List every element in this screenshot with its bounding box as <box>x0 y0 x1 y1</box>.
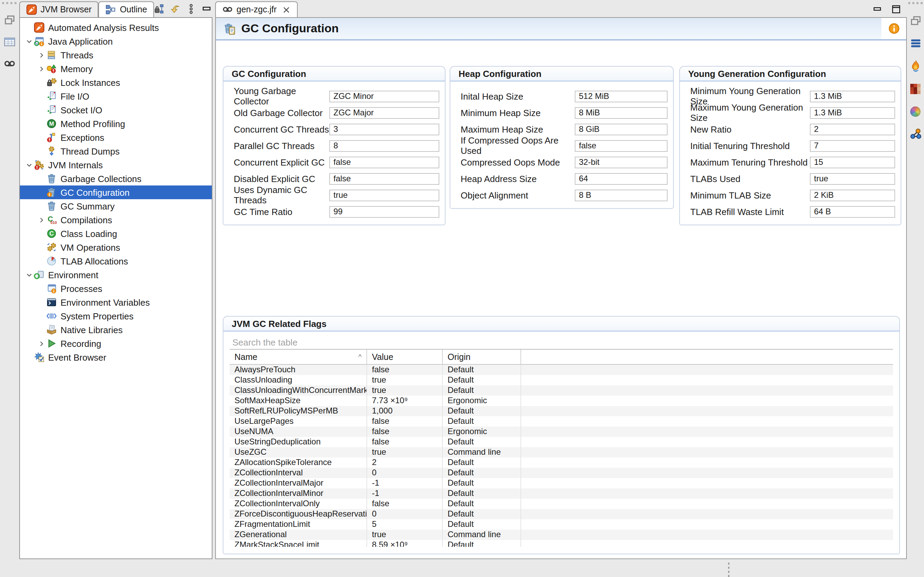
column-header-origin[interactable]: Origin <box>443 350 521 365</box>
tree-item[interactable]: GC Summary <box>20 199 212 213</box>
drag-handle-icon[interactable] <box>2 2 16 4</box>
tree-item[interactable]: File I/O <box>20 89 212 103</box>
field-value[interactable]: 512 MiB <box>575 90 667 102</box>
expander-icon[interactable] <box>24 270 34 280</box>
table-row[interactable]: ClassUnloadingWithConcurrentMark true De… <box>229 385 893 396</box>
expander-icon[interactable] <box>36 325 46 335</box>
tree-item[interactable]: Processes <box>20 282 212 295</box>
field-value[interactable]: true <box>810 173 895 184</box>
expander-icon[interactable] <box>36 242 46 252</box>
expander-icon[interactable] <box>36 297 46 307</box>
field-value[interactable]: 8 <box>329 140 439 152</box>
tab-gen-zgc-jfr[interactable]: gen-zgc.jfr <box>215 2 298 17</box>
tree-item[interactable]: VM Operations <box>20 240 212 254</box>
table-row[interactable]: UseZGC true Command line <box>229 447 893 458</box>
tree-item[interactable]: Threads <box>20 48 212 62</box>
expander-icon[interactable] <box>36 132 46 142</box>
expander-icon[interactable] <box>36 311 46 321</box>
field-value[interactable]: 2 KiB <box>810 189 895 201</box>
reset-layout-icon[interactable] <box>170 3 181 15</box>
field-value[interactable]: 3 <box>329 123 439 135</box>
search-input[interactable] <box>229 335 893 350</box>
jfr-reel-icon[interactable] <box>3 58 16 70</box>
table-row[interactable]: ZMarkStackSpaceLimit 8.59 ×10⁹ Default <box>229 540 893 547</box>
tree-item[interactable]: Environment <box>20 268 212 282</box>
field-value[interactable]: 32-bit <box>575 156 667 168</box>
tree-item[interactable]: J Exceptions <box>20 131 212 144</box>
field-value[interactable]: 8 B <box>575 189 667 201</box>
field-value[interactable]: 64 <box>575 173 667 184</box>
tab-outline[interactable]: Outline <box>99 2 154 17</box>
field-value[interactable]: 8 MiB <box>575 107 667 118</box>
expander-icon[interactable] <box>36 256 46 266</box>
expander-icon[interactable] <box>24 36 34 46</box>
table-row[interactable]: UseStringDeduplication false Default <box>229 437 893 447</box>
tree-item[interactable]: Garbage Collections <box>20 172 212 185</box>
expander-icon[interactable] <box>36 146 46 156</box>
tree-item[interactable]: Socket I/O <box>20 103 212 117</box>
tree-item[interactable]: C Class Loading <box>20 227 212 240</box>
minimize-icon[interactable] <box>872 4 883 15</box>
table-row[interactable]: ZFragmentationLimit 5 Default <box>229 519 893 530</box>
expander-icon[interactable] <box>24 23 34 32</box>
table-row[interactable]: ZGenerational true Command line <box>229 530 893 540</box>
tree-item[interactable]: JVM Internals <box>20 158 212 172</box>
tree-item[interactable]: Java Application <box>20 34 212 48</box>
tree-item[interactable]: C010 Compilations <box>20 213 212 227</box>
column-header-value[interactable]: Value <box>367 350 443 365</box>
expander-icon[interactable] <box>36 64 46 74</box>
field-value[interactable]: ZGC Major <box>329 107 439 118</box>
tree-item[interactable]: Lock Instances <box>20 76 212 89</box>
close-icon[interactable] <box>282 5 291 14</box>
tree-item[interactable]: M Method Profiling <box>20 117 212 131</box>
field-value[interactable]: 7 <box>810 140 895 152</box>
expander-icon[interactable] <box>36 284 46 293</box>
expander-icon[interactable] <box>36 119 46 129</box>
field-value[interactable]: 1.3 MiB <box>810 107 895 118</box>
tree-item[interactable]: Environment Variables <box>20 295 212 309</box>
table-row[interactable]: ZAllocationSpikeTolerance 2 Default <box>229 458 893 468</box>
expander-icon[interactable] <box>36 77 46 87</box>
field-value[interactable]: false <box>329 156 439 168</box>
expander-icon[interactable] <box>36 174 46 184</box>
tree-item[interactable]: GC Configuration <box>20 185 212 199</box>
field-value[interactable]: 64 B <box>810 206 895 218</box>
table-row[interactable]: SoftRefLRUPolicyMSPerMB 1,000 Default <box>229 406 893 416</box>
maximize-icon[interactable] <box>891 4 901 15</box>
table-row[interactable]: UseLargePages false Default <box>229 416 893 427</box>
field-value[interactable]: ZGC Minor <box>329 90 439 102</box>
tab-jvm-browser[interactable]: JVM Browser <box>19 2 99 17</box>
restore-view-icon[interactable] <box>909 15 922 27</box>
info-button[interactable] <box>881 18 906 39</box>
field-value[interactable]: true <box>329 189 439 201</box>
sash-handle-icon[interactable] <box>728 562 729 577</box>
expander-icon[interactable] <box>24 352 34 362</box>
expander-icon[interactable] <box>24 160 34 170</box>
table-row[interactable]: ZCollectionIntervalMinor -1 Default <box>229 488 893 499</box>
table-row[interactable]: ZForceDiscontiguousHeapReservation 0 Def… <box>229 509 893 519</box>
table-row[interactable]: AlwaysPreTouch false Default <box>229 365 893 375</box>
lock-settings-icon[interactable] <box>154 3 165 15</box>
table-row[interactable]: UseNUMA false Ergonomic <box>229 427 893 437</box>
column-header-name[interactable]: Name ^ <box>229 350 367 365</box>
table-view-icon[interactable] <box>3 36 16 48</box>
field-value[interactable]: 1.3 MiB <box>810 90 895 102</box>
expander-icon[interactable] <box>36 91 46 101</box>
field-value[interactable]: false <box>575 140 667 152</box>
view-menu-icon[interactable] <box>186 3 197 15</box>
field-value[interactable]: 99 <box>329 206 439 218</box>
field-value[interactable]: false <box>329 173 439 184</box>
restore-view-icon[interactable] <box>3 14 16 26</box>
expander-icon[interactable] <box>36 105 46 115</box>
field-value[interactable]: 8 GiB <box>575 123 667 135</box>
field-value[interactable]: 2 <box>810 123 895 135</box>
tree-item[interactable]: Thread Dumps <box>20 144 212 158</box>
tree-item[interactable]: Automated Analysis Results <box>20 21 212 34</box>
expander-icon[interactable] <box>36 201 46 211</box>
expander-icon[interactable] <box>36 215 46 225</box>
expander-icon[interactable] <box>36 229 46 239</box>
table-row[interactable]: ClassUnloading true Default <box>229 375 893 385</box>
minimize-icon[interactable] <box>202 3 212 15</box>
tree-item[interactable]: Native Libraries <box>20 323 212 337</box>
table-row[interactable]: ZCollectionIntervalOnly false Default <box>229 499 893 509</box>
